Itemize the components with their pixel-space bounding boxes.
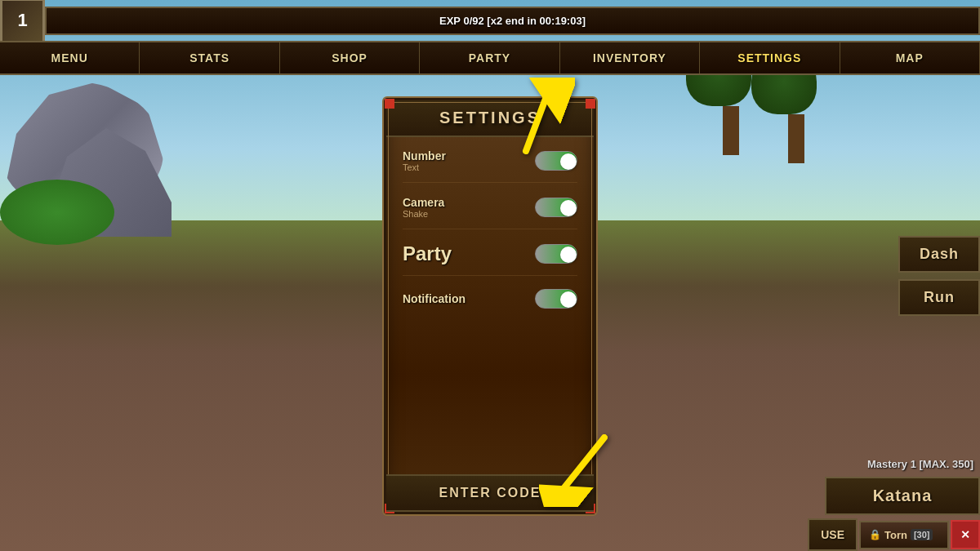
top-hud: 1 EXP 0/92 [x2 end in 00:19:03] <box>0 0 980 41</box>
setting-main-notification: Notification <box>403 292 466 305</box>
settings-body: Number Text Camera Shake Party <box>386 137 594 344</box>
setting-row-party: Party <box>403 242 577 276</box>
level-badge: 1 <box>0 0 45 43</box>
setting-label-party: Party <box>403 242 452 265</box>
toggle-thumb-camera <box>560 200 577 216</box>
toggle-camera-shake[interactable] <box>535 198 577 217</box>
use-button[interactable]: USE <box>808 518 858 551</box>
arrow-down-indicator <box>539 433 637 510</box>
setting-sub-shake: Shake <box>403 209 444 219</box>
toggle-notification[interactable] <box>535 289 577 309</box>
toggle-party[interactable] <box>535 244 577 264</box>
nav-item-map[interactable]: MAP <box>840 42 980 73</box>
bottom-action-row: USE 🔒 Torn [30] ✕ <box>808 518 980 551</box>
svg-line-1 <box>526 86 550 151</box>
exp-text: EXP 0/92 [x2 end in 00:19:03] <box>439 15 586 27</box>
nav-item-inventory[interactable]: INVENTORY <box>560 42 700 73</box>
setting-label-number-text: Number Text <box>403 149 446 172</box>
level-number: 1 <box>17 10 27 31</box>
item-slot-tornado[interactable]: 🔒 Torn [30] <box>859 521 949 549</box>
setting-main-party: Party <box>403 242 452 265</box>
setting-label-notification: Notification <box>403 292 466 305</box>
katana-button[interactable]: Katana <box>825 477 980 515</box>
setting-row-camera-shake: Camera Shake <box>403 196 577 229</box>
tree-trunk2 <box>723 106 739 155</box>
dash-button[interactable]: Dash <box>898 236 980 273</box>
item-count: [30] <box>911 529 933 540</box>
exp-bar: EXP 0/92 [x2 end in 00:19:03] <box>45 7 980 35</box>
bottom-right-hud: Mastery 1 [MAX. 350] Katana USE 🔒 Torn [… <box>808 455 980 551</box>
setting-label-camera: Camera Shake <box>403 196 444 219</box>
run-button[interactable]: Run <box>898 279 980 316</box>
right-action-panel: Dash Run <box>898 236 980 316</box>
setting-row-notification: Notification <box>403 289 577 318</box>
toggle-thumb-party <box>560 247 577 263</box>
setting-main-number: Number <box>403 149 446 162</box>
lock-icon: 🔒 <box>869 529 881 540</box>
toggle-thumb-notification <box>560 291 577 308</box>
nav-item-shop[interactable]: SHOP <box>280 42 420 73</box>
nav-item-stats[interactable]: STATS <box>140 42 279 73</box>
corner-tr <box>586 99 595 109</box>
grass-patch <box>0 180 114 245</box>
tree-trunk <box>788 114 804 163</box>
nav-bar: MENU STATS SHOP PARTY INVENTORY SETTINGS… <box>0 41 980 75</box>
nav-item-menu[interactable]: MENU <box>0 42 140 73</box>
item-name: Torn <box>884 529 907 541</box>
mastery-label: Mastery 1 [MAX. 350] <box>861 455 980 473</box>
nav-item-party[interactable]: PARTY <box>420 42 559 73</box>
close-item-button[interactable]: ✕ <box>951 520 980 549</box>
setting-sub-text: Text <box>403 162 446 172</box>
nav-item-settings[interactable]: SETTINGS <box>700 42 840 73</box>
setting-main-camera: Camera <box>403 196 444 209</box>
corner-tl <box>385 99 394 109</box>
svg-line-3 <box>555 438 604 499</box>
